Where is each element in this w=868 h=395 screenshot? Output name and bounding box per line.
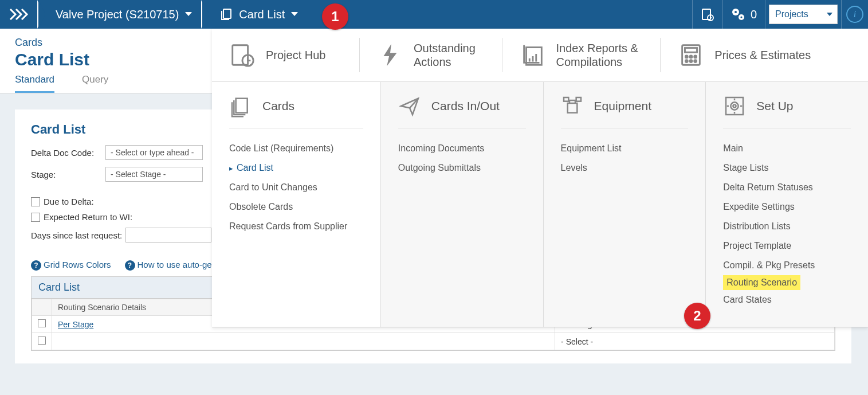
help-icon: ? xyxy=(31,260,41,271)
mega-link[interactable]: Incoming Documents xyxy=(398,139,526,158)
mega-link[interactable]: Main xyxy=(723,139,851,158)
mega-link[interactable]: Code List (Requirements) xyxy=(229,139,363,158)
row-checkbox[interactable] xyxy=(38,337,46,345)
info-button[interactable]: i xyxy=(846,6,863,23)
tab-query[interactable]: Query xyxy=(82,74,108,93)
chevron-down-icon xyxy=(290,11,299,17)
due-delta-checkbox[interactable] xyxy=(31,197,40,206)
svg-point-4 xyxy=(735,11,737,13)
svg-rect-11 xyxy=(685,48,697,53)
table-row: - Select - xyxy=(32,333,835,350)
context-select[interactable]: Projects xyxy=(769,5,838,24)
top-bar: Valve Project (S210715) Card List 0 Proj… xyxy=(0,0,868,29)
tab-standard[interactable]: Standard xyxy=(15,74,54,93)
mega-link-routing-scenario[interactable]: Routing Scenario xyxy=(723,275,800,290)
mega-top-outstanding[interactable]: Outstanding Actions xyxy=(360,29,502,81)
help-auto-gen[interactable]: ?How to use auto-gen xyxy=(125,260,217,271)
svg-rect-21 xyxy=(576,97,580,101)
paper-plane-icon xyxy=(398,95,421,118)
cards-stack-icon xyxy=(229,95,252,118)
mega-link[interactable]: Distribution Lists xyxy=(723,217,851,236)
mega-link[interactable]: Equipment List xyxy=(561,139,689,158)
svg-point-15 xyxy=(686,60,688,62)
history-icon xyxy=(701,7,714,21)
mega-col-cards: Cards Code List (Requirements) Card List… xyxy=(212,82,381,327)
setup-gear-icon xyxy=(723,95,746,118)
cards-icon xyxy=(219,7,233,21)
mega-link[interactable]: Card States xyxy=(723,290,851,310)
mega-menu: Project Hub Outstanding Actions Index Re… xyxy=(212,29,868,327)
svg-point-17 xyxy=(694,60,697,62)
doc-code-select[interactable]: - Select or type ahead - xyxy=(105,145,203,160)
history-button[interactable] xyxy=(693,0,722,29)
mega-link[interactable]: Card to Unit Changes xyxy=(229,178,363,197)
callout-badge-2: 2 xyxy=(684,303,710,329)
days-since-input[interactable] xyxy=(125,228,211,243)
mega-link[interactable]: Project Template xyxy=(723,236,851,256)
breadcrumb-project[interactable]: Valve Project (S210715) xyxy=(51,0,202,29)
breadcrumb-view-label: Card List xyxy=(239,8,285,21)
context-select-label: Projects xyxy=(775,9,808,19)
routing-sce-cell[interactable]: - Select - xyxy=(555,333,835,350)
svg-rect-19 xyxy=(567,103,577,113)
settings-button[interactable]: 0 xyxy=(723,0,765,29)
mega-col-setup: Set Up Main Stage Lists Delta Return Sta… xyxy=(706,82,868,327)
expected-return-checkbox[interactable] xyxy=(31,213,40,222)
calculator-icon xyxy=(678,42,704,68)
svg-point-24 xyxy=(733,105,736,108)
mega-col-inout: Cards In/Out Incoming Documents Outgoing… xyxy=(381,82,544,327)
svg-rect-1 xyxy=(702,9,710,19)
callout-badge-1: 1 xyxy=(322,3,348,30)
mega-top-project-hub[interactable]: Project Hub xyxy=(212,29,360,81)
mega-link[interactable]: Obsolete Cards xyxy=(229,197,363,217)
dropdown-triangle-icon xyxy=(827,13,832,16)
stage-label: Stage: xyxy=(31,170,105,179)
routing-details-cell xyxy=(52,333,555,350)
svg-point-6 xyxy=(740,16,742,18)
expected-return-label: Expected Return to WI: xyxy=(44,212,132,222)
svg-point-14 xyxy=(694,56,697,58)
mega-link-card-list[interactable]: Card List xyxy=(229,158,363,178)
chevron-down-icon xyxy=(184,11,193,17)
doc-code-label: Delta Doc Code: xyxy=(31,148,105,158)
mega-link[interactable]: Stage Lists xyxy=(723,158,851,178)
help-grid-colors[interactable]: ?Grid Rows Colors xyxy=(31,260,111,271)
breadcrumb-project-label: Valve Project (S210715) xyxy=(56,8,179,21)
svg-rect-18 xyxy=(236,99,248,113)
reports-icon xyxy=(520,42,546,68)
svg-point-13 xyxy=(690,56,692,58)
due-delta-label: Due to Delta: xyxy=(44,197,94,206)
mega-link[interactable]: Request Cards from Supplier xyxy=(229,217,363,236)
row-checkbox[interactable] xyxy=(38,319,46,327)
lightning-icon xyxy=(377,42,403,68)
mega-top-reports[interactable]: Index Reports & Compilations xyxy=(502,29,661,81)
mega-top-row: Project Hub Outstanding Actions Index Re… xyxy=(212,29,868,81)
mega-link[interactable]: Compil. & Pkg Presets xyxy=(723,256,851,275)
breadcrumb-view[interactable]: Card List xyxy=(215,0,308,29)
mega-top-prices[interactable]: Prices & Estimates xyxy=(661,29,868,81)
project-hub-icon xyxy=(229,42,256,68)
days-since-label: Days since last request: xyxy=(31,230,122,240)
mega-link[interactable]: Expedite Settings xyxy=(723,197,851,217)
help-icon: ? xyxy=(125,260,135,271)
settings-count: 0 xyxy=(751,8,757,21)
svg-point-12 xyxy=(686,56,688,58)
stage-select[interactable]: - Select Stage - xyxy=(105,167,203,182)
mega-link[interactable]: Delta Return Statuses xyxy=(723,178,851,197)
equipment-icon xyxy=(561,95,584,118)
svg-rect-20 xyxy=(564,97,568,101)
mega-link[interactable]: Levels xyxy=(561,158,689,178)
svg-point-16 xyxy=(690,60,692,62)
svg-point-23 xyxy=(731,102,739,109)
mega-columns: Cards Code List (Requirements) Card List… xyxy=(212,81,868,327)
mega-col-equipment: Equipment Equipment List Levels xyxy=(544,82,706,327)
home-chevrons-icon[interactable] xyxy=(0,7,38,21)
svg-rect-0 xyxy=(223,9,231,18)
gears-icon xyxy=(731,7,746,21)
mega-link[interactable]: Outgoing Submittals xyxy=(398,158,526,178)
